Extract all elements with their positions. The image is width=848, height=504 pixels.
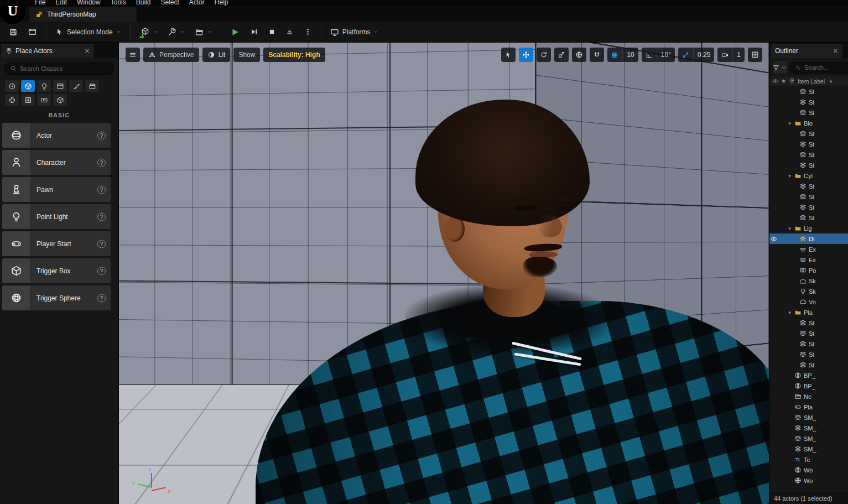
category-lights-button[interactable] xyxy=(37,80,51,92)
menu-select[interactable]: Select xyxy=(155,0,184,6)
outliner-row-pla[interactable]: Pla xyxy=(769,402,848,412)
expand-chevron[interactable]: ▾ xyxy=(787,226,792,231)
outliner-search-box[interactable] xyxy=(789,62,848,74)
help-icon[interactable]: ? xyxy=(97,158,106,167)
outliner-row-st[interactable]: St xyxy=(769,212,848,223)
viewport-options-button[interactable] xyxy=(126,48,140,62)
category-recently-placed-button[interactable] xyxy=(5,80,19,92)
outliner-filter-button[interactable] xyxy=(773,61,787,74)
camera-speed-button[interactable] xyxy=(717,48,732,62)
place-item-character[interactable]: Character ? xyxy=(2,150,111,175)
outliner-row-st[interactable]: St xyxy=(769,181,848,191)
outliner-row-st[interactable]: St xyxy=(769,191,848,202)
outliner-row-st[interactable]: St xyxy=(769,139,848,149)
save-button[interactable] xyxy=(4,24,22,40)
outliner-row-sm[interactable]: SM_ xyxy=(769,444,848,454)
outliner-row-te[interactable]: Te xyxy=(769,454,848,465)
outliner-row-st[interactable]: St xyxy=(769,107,848,118)
outliner-row-st[interactable]: St xyxy=(769,128,848,139)
scale-tool-button[interactable] xyxy=(554,48,569,62)
rotate-tool-button[interactable] xyxy=(537,48,551,62)
expand-chevron[interactable]: ▾ xyxy=(787,310,792,315)
help-icon[interactable]: ? xyxy=(97,131,106,139)
expand-chevron[interactable]: ▾ xyxy=(787,173,792,179)
rotation-snap-value[interactable]: 10° xyxy=(657,48,675,62)
pin-column-icon[interactable] xyxy=(789,78,795,84)
select-tool-button[interactable] xyxy=(501,48,516,62)
category-cinematic-button[interactable] xyxy=(69,80,83,92)
eject-button[interactable] xyxy=(281,24,298,40)
outliner-row-cyl[interactable]: ▾ Cyl xyxy=(769,170,848,181)
outliner-row-st[interactable]: St xyxy=(769,349,848,360)
outliner-row-bp[interactable]: BP_ xyxy=(769,370,848,381)
outliner-row-ne[interactable]: Ne xyxy=(769,391,848,402)
content-browser-button[interactable] xyxy=(23,24,41,40)
outliner-row-st[interactable]: St xyxy=(769,339,848,349)
category-media-button[interactable] xyxy=(85,80,99,92)
place-item-trigger-sphere[interactable]: Trigger Sphere ? xyxy=(2,285,111,310)
category-volumes-button[interactable] xyxy=(21,94,35,106)
grid-snap-value[interactable]: 10 xyxy=(622,48,638,62)
place-item-actor[interactable]: Actor ? xyxy=(2,123,111,148)
level-viewport[interactable]: Perspective Lit Show Scalability: High xyxy=(119,43,769,504)
category-visual-effects-button[interactable] xyxy=(37,94,51,106)
view-mode-dropdown[interactable]: Lit xyxy=(202,48,231,62)
play-options-button[interactable] xyxy=(299,24,316,40)
outliner-row-st[interactable]: St xyxy=(769,318,848,328)
category-basic-button[interactable] xyxy=(21,80,35,92)
selection-mode-dropdown[interactable]: Selection Mode xyxy=(51,24,126,40)
visibility-column-icon[interactable] xyxy=(772,78,778,84)
help-icon[interactable]: ? xyxy=(97,212,106,221)
menu-actor[interactable]: Actor xyxy=(184,0,210,6)
maximize-viewport-button[interactable] xyxy=(748,48,762,62)
surface-snapping-button[interactable] xyxy=(590,48,604,62)
outliner-row-blo[interactable]: ▾ Blo xyxy=(769,118,848,128)
platforms-dropdown[interactable]: Platforms xyxy=(326,24,383,40)
outliner-row-vo[interactable]: Vo xyxy=(769,297,848,307)
help-icon[interactable]: ? xyxy=(97,240,106,248)
menu-window[interactable]: Window xyxy=(72,0,106,6)
menu-edit[interactable]: Edit xyxy=(50,0,72,6)
scalability-badge[interactable]: Scalability: High xyxy=(263,48,325,62)
rotation-snap-toggle[interactable] xyxy=(642,48,657,62)
menu-build[interactable]: Build xyxy=(131,0,156,6)
world-local-toggle[interactable] xyxy=(572,48,586,62)
place-actors-tab[interactable]: Place Actors ✕ xyxy=(1,44,94,58)
camera-speed-value[interactable]: 1 xyxy=(732,48,745,62)
category-geometry-button[interactable] xyxy=(53,94,67,106)
outliner-row-ex[interactable]: Ex xyxy=(769,244,848,254)
category-shapes-button[interactable] xyxy=(53,80,67,92)
outliner-row-sm[interactable]: SM_ xyxy=(769,412,848,423)
help-icon[interactable]: ? xyxy=(97,185,106,194)
item-label-column[interactable]: Item Label xyxy=(798,78,825,85)
outliner-row-ex[interactable]: Ex xyxy=(769,254,848,265)
scale-snap-toggle[interactable] xyxy=(678,48,693,62)
perspective-dropdown[interactable]: Perspective xyxy=(143,48,199,62)
expand-chevron[interactable]: ▾ xyxy=(787,121,792,126)
outliner-row-st[interactable]: St xyxy=(769,202,848,212)
place-item-trigger-box[interactable]: Trigger Box ? xyxy=(2,258,111,283)
close-icon[interactable]: ✕ xyxy=(833,48,838,54)
move-tool-button[interactable] xyxy=(519,48,533,62)
outliner-search-input[interactable] xyxy=(804,64,848,71)
outliner-row-st[interactable]: St xyxy=(769,160,848,170)
scale-snap-value[interactable]: 0.25 xyxy=(693,48,714,62)
outliner-row-wo[interactable]: Wo xyxy=(769,475,848,486)
outliner-row-po[interactable]: Po xyxy=(769,265,848,276)
play-button[interactable] xyxy=(226,24,244,40)
outliner-row-pla[interactable]: ▾ Pla xyxy=(769,307,848,318)
help-icon[interactable]: ? xyxy=(97,267,106,275)
search-classes-box[interactable] xyxy=(4,63,114,75)
stop-button[interactable] xyxy=(264,24,280,40)
level-tab[interactable]: ThirdPersonMap xyxy=(29,7,137,22)
outliner-row-sk[interactable]: Sk xyxy=(769,276,848,286)
outliner-row-lig[interactable]: ▾ Lig xyxy=(769,223,848,233)
cinematics-dropdown[interactable] xyxy=(190,24,216,40)
outliner-row-st[interactable]: St xyxy=(769,149,848,160)
menu-help[interactable]: Help xyxy=(210,0,233,6)
outliner-tab[interactable]: Outliner ✕ xyxy=(771,44,842,58)
help-icon[interactable]: ? xyxy=(97,294,106,302)
place-item-player-start[interactable]: Player Start ? xyxy=(2,231,111,256)
outliner-row-sk[interactable]: Sk xyxy=(769,286,848,297)
outliner-row-st[interactable]: St xyxy=(769,360,848,370)
